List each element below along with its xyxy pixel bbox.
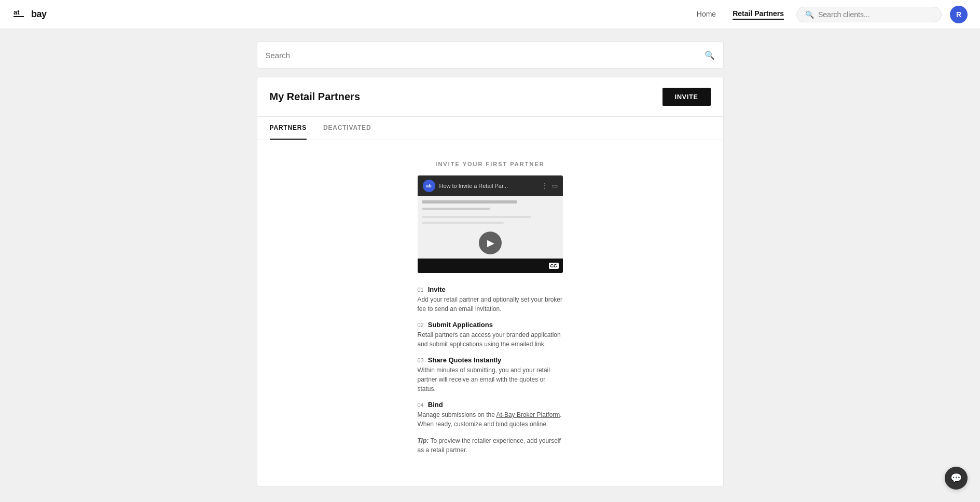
video-preview[interactable]: ▶ xyxy=(418,196,563,259)
step-4-header: 04 Bind xyxy=(418,401,563,409)
nav-link-home[interactable]: Home xyxy=(697,10,716,19)
video-thumbnail[interactable]: ab How to Invite a Retail Par... ⋮ ▭ xyxy=(418,175,563,273)
logo-text: bay xyxy=(31,9,47,20)
svg-text:at: at xyxy=(13,8,20,16)
video-footer: CC xyxy=(418,259,563,273)
video-channel-icon: ab xyxy=(423,180,435,192)
step-4: 04 Bind Manage submissions on the At-Bay… xyxy=(418,401,563,429)
tab-partners[interactable]: PARTNERS xyxy=(270,117,307,140)
partners-panel: My Retail Partners INVITE PARTNERS DEACT… xyxy=(257,77,724,486)
step-4-num: 04 xyxy=(418,402,424,408)
nav-links: Home Retail Partners xyxy=(697,9,784,20)
logo-icon: at xyxy=(12,6,29,23)
step-2: 02 Submit Applications Retail partners c… xyxy=(418,321,563,349)
global-search-bar[interactable]: 🔍 xyxy=(796,7,942,22)
step-3: 03 Share Quotes Instantly Within minutes… xyxy=(418,356,563,394)
step-3-num: 03 xyxy=(418,357,424,363)
step-2-num: 02 xyxy=(418,322,424,328)
step-1-header: 01 Invite xyxy=(418,286,563,293)
tip-label: Tip: xyxy=(418,437,429,444)
chat-icon: 💬 xyxy=(950,472,962,484)
main-search-icon: 🔍 xyxy=(705,50,715,60)
panel-header: My Retail Partners INVITE xyxy=(257,77,723,117)
step-3-header: 03 Share Quotes Instantly xyxy=(418,356,563,364)
cc-icon: CC xyxy=(549,263,559,269)
video-menu-icon[interactable]: ⋮ xyxy=(542,182,548,189)
tip-text: Tip: To preview the retailer experience,… xyxy=(418,436,563,455)
search-icon: 🔍 xyxy=(805,10,814,19)
logo[interactable]: at bay xyxy=(12,6,47,23)
video-header: ab How to Invite a Retail Par... ⋮ ▭ xyxy=(418,175,563,196)
video-title: How to Invite a Retail Par... xyxy=(439,183,537,189)
bind-quotes-link[interactable]: bind quotes xyxy=(496,420,528,428)
top-navigation: at bay Home Retail Partners 🔍 R xyxy=(0,0,980,29)
fullscreen-icon: ▭ xyxy=(552,182,558,189)
empty-state: INVITE YOUR FIRST PARTNER ab How to Invi… xyxy=(257,140,723,486)
step-4-desc: Manage submissions on the At-Bay Broker … xyxy=(418,410,563,429)
tip-content: To preview the retailer experience, add … xyxy=(418,437,561,454)
play-icon: ▶ xyxy=(487,237,494,249)
nav-link-retail-partners[interactable]: Retail Partners xyxy=(733,9,784,20)
global-search-input[interactable] xyxy=(818,10,933,19)
step-1-num: 01 xyxy=(418,287,424,293)
tabs: PARTNERS DEACTIVATED xyxy=(257,117,723,140)
broker-platform-link[interactable]: At-Bay Broker Platform xyxy=(496,411,560,418)
chat-widget[interactable]: 💬 xyxy=(945,467,968,490)
step-1: 01 Invite Add your retail partner and op… xyxy=(418,286,563,314)
play-button[interactable]: ▶ xyxy=(479,232,502,254)
step-1-desc: Add your retail partner and optionally s… xyxy=(418,295,563,314)
avatar[interactable]: R xyxy=(950,6,968,23)
tab-deactivated[interactable]: DEACTIVATED xyxy=(323,117,371,140)
panel-title: My Retail Partners xyxy=(270,91,361,103)
main-content: 🔍 My Retail Partners INVITE PARTNERS DEA… xyxy=(0,29,980,499)
step-2-title: Submit Applications xyxy=(428,321,493,329)
main-search-input[interactable] xyxy=(266,51,705,60)
invite-button[interactable]: INVITE xyxy=(662,88,711,106)
video-preview-content: ▶ xyxy=(418,196,563,259)
main-search-container[interactable]: 🔍 xyxy=(257,42,724,69)
step-2-desc: Retail partners can access your branded … xyxy=(418,330,563,349)
step-4-title: Bind xyxy=(428,401,443,409)
step-3-desc: Within minutes of submitting, you and yo… xyxy=(418,365,563,394)
invite-first-partner-label: INVITE YOUR FIRST PARTNER xyxy=(435,161,544,167)
steps-container: 01 Invite Add your retail partner and op… xyxy=(418,286,563,455)
step-1-title: Invite xyxy=(428,286,446,293)
step-3-title: Share Quotes Instantly xyxy=(428,356,502,364)
step-2-header: 02 Submit Applications xyxy=(418,321,563,329)
center-panel: 🔍 My Retail Partners INVITE PARTNERS DEA… xyxy=(257,42,724,486)
